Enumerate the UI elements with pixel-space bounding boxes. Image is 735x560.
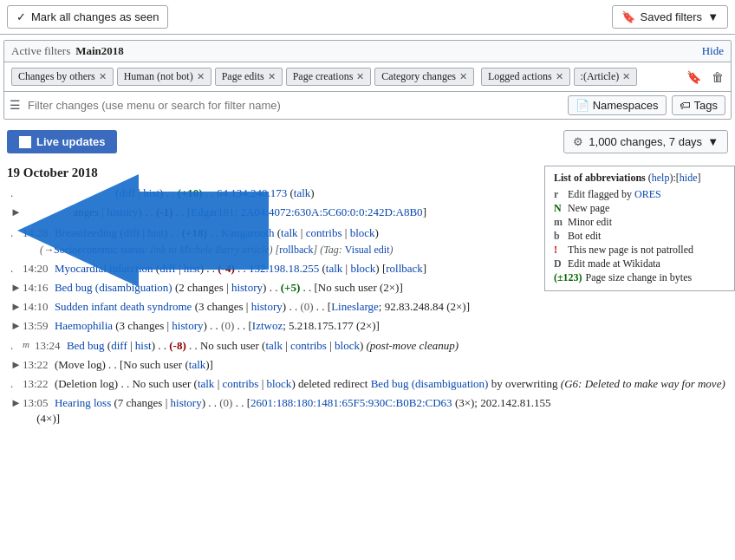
bullet-icon: . (10, 186, 23, 201)
change-time: 14:16 (23, 281, 49, 294)
mark-seen-icon: ✓ (16, 10, 26, 23)
change-content: 13:59 Haemophilia (3 changes | history) … (23, 318, 728, 334)
rollback-link[interactable]: rollback (279, 244, 313, 256)
article-link[interactable]: Myocardial infarction (55, 262, 153, 275)
history-link[interactable]: history (171, 396, 202, 409)
talk-link[interactable]: talk (326, 262, 343, 275)
namespaces-icon: 📄 (576, 99, 589, 112)
talk-link[interactable]: talk (281, 226, 298, 239)
filter-tag-remove-page-creations[interactable]: ✕ (356, 71, 364, 82)
change-time: 14:28 (23, 226, 49, 239)
block-link[interactable]: block (266, 377, 291, 390)
contribs-link[interactable]: contribs (290, 339, 327, 352)
talk-link[interactable]: talk (265, 339, 283, 352)
gear-icon: ⚙ (573, 135, 583, 148)
ip-link[interactable]: 64.134.240.173 (217, 186, 287, 199)
delete-filter-button[interactable]: 🗑 (708, 68, 727, 86)
diff-link[interactable]: diff (159, 262, 176, 275)
article-link[interactable]: Breastfeeding (55, 226, 117, 239)
article-link[interactable]: Sudden infant death syndrome (55, 300, 192, 313)
diff-link[interactable]: (diff (115, 186, 135, 199)
user-link[interactable]: Edgar181 (191, 205, 235, 218)
mark-seen-button[interactable]: ✓ Mark all changes as seen (7, 5, 168, 29)
live-updates-button[interactable]: ☐ Live updates (7, 130, 117, 153)
list-item: . 13:22 (Deletion log) . . No such user … (10, 374, 728, 394)
legend-hide-link[interactable]: hide (680, 172, 698, 184)
talk-link[interactable]: talk (198, 377, 215, 390)
filter-tag-label: Logged actions (488, 70, 552, 83)
contribs-link[interactable]: contribs (222, 377, 258, 390)
filter-tag-remove-category-changes[interactable]: ✕ (459, 71, 467, 82)
ip-link[interactable]: 132.198.18.255 (249, 262, 319, 275)
change-time: 13:59 (23, 319, 49, 332)
change-time: 13:22 (23, 358, 49, 371)
contribs-link[interactable]: contribs (306, 226, 342, 239)
bookmark-icon: 🔖 (621, 10, 635, 23)
expand-icon[interactable]: ► (10, 395, 23, 411)
hamburger-icon[interactable]: ☰ (10, 98, 21, 113)
article-link[interactable]: Bed bug (disambiguation) (55, 281, 172, 294)
article-link[interactable]: Bed bug (disambiguation) (371, 377, 489, 390)
rollback-link[interactable]: rollback (386, 262, 423, 275)
history-link[interactable]: history (107, 205, 138, 218)
bookmark-filter-button[interactable]: 🔖 (683, 68, 705, 86)
tag-link[interactable]: Visual edit (345, 244, 390, 256)
expand-icon[interactable]: ► (10, 299, 23, 315)
article-link[interactable]: Bed bug (67, 339, 105, 352)
block-link[interactable]: block (350, 226, 375, 239)
diff-link[interactable]: diff (111, 339, 127, 352)
user-link[interactable]: Kangarooth (221, 226, 274, 239)
change-time: 13:05 (23, 396, 49, 409)
legend-help-link[interactable]: help (652, 172, 670, 184)
filter-tag-remove-human-not-bot[interactable]: ✕ (197, 71, 205, 82)
article-link[interactable]: Hearing loss (55, 396, 111, 409)
filter-actions: 🔖 🗑 (680, 68, 731, 86)
saved-filters-button[interactable]: 🔖 Saved filters ▼ (612, 5, 728, 29)
hist-link[interactable]: hist (135, 339, 152, 352)
edit-summary: (→Socioeconomic status: link to Michele … (40, 244, 393, 256)
legend-key-m: m (554, 216, 564, 229)
hist-link[interactable]: hist (143, 186, 159, 199)
legend-desc-d: Edit made at Wikidata (568, 257, 660, 270)
list-item: ► 13:05 Hearing loss (7 changes | histor… (10, 394, 728, 428)
filter-tag-remove-logged-actions[interactable]: ✕ (556, 71, 563, 82)
block-link[interactable]: block (350, 262, 375, 275)
expand-icon[interactable]: ► (10, 280, 23, 296)
search-input[interactable] (28, 99, 561, 112)
hist-link[interactable]: hist (147, 226, 164, 239)
block-link[interactable]: block (335, 339, 360, 352)
filter-tag-label: Page edits (222, 70, 264, 83)
change-content: 13:24 Bed bug (diff | hist) . . (-8) . .… (35, 338, 728, 354)
talk-link[interactable]: talk (294, 186, 311, 199)
namespaces-button[interactable]: 📄 Namespaces (568, 95, 667, 115)
filter-tag-remove-article[interactable]: ✕ (622, 71, 630, 82)
ipv6-addr: 2601:188:180:1481:65F5:930C:B0B2:CD63 (250, 396, 452, 409)
legend-key-d: D (554, 257, 564, 270)
legend-key-b: b (554, 230, 564, 243)
hide-link[interactable]: Hide (702, 44, 724, 58)
history-link[interactable]: history (172, 319, 203, 332)
list-item: ► 13:59 Haemophilia (3 changes | history… (10, 316, 728, 335)
history-link[interactable]: history (251, 300, 283, 313)
user-link[interactable]: Iztwoz (252, 319, 283, 332)
section-link[interactable]: Socioeconomic status (54, 244, 144, 256)
expand-icon[interactable]: ► (10, 205, 23, 220)
expand-icon[interactable]: ► (10, 318, 23, 334)
filter-tag-label: Page creations (293, 70, 354, 83)
expand-icon[interactable]: ► (10, 357, 23, 373)
filter-tag-page-creations: Page creations ✕ (286, 68, 372, 86)
filters-section: Active filters Main2018 Hide Changes by … (3, 40, 732, 120)
changes-settings-button[interactable]: ⚙ 1,000 changes, 7 days ▼ (563, 130, 728, 153)
ores-link[interactable]: ORES (634, 188, 661, 200)
history-link[interactable]: history (231, 281, 263, 294)
tags-button[interactable]: 🏷 Tags (672, 95, 725, 115)
filter-tag-remove-changes-by-others[interactable]: ✕ (99, 71, 107, 82)
bullet-dot: . (10, 225, 23, 241)
user-link[interactable]: Lineslarge (331, 300, 379, 313)
talk-link[interactable]: talk (189, 358, 206, 371)
article-link[interactable]: Haemophilia (55, 319, 113, 332)
filter-tag-remove-page-edits[interactable]: ✕ (268, 71, 276, 82)
diff-link[interactable]: diff (124, 226, 140, 239)
filter-tag-page-edits: Page edits ✕ (215, 68, 283, 86)
hist-link[interactable]: hist (184, 262, 200, 275)
